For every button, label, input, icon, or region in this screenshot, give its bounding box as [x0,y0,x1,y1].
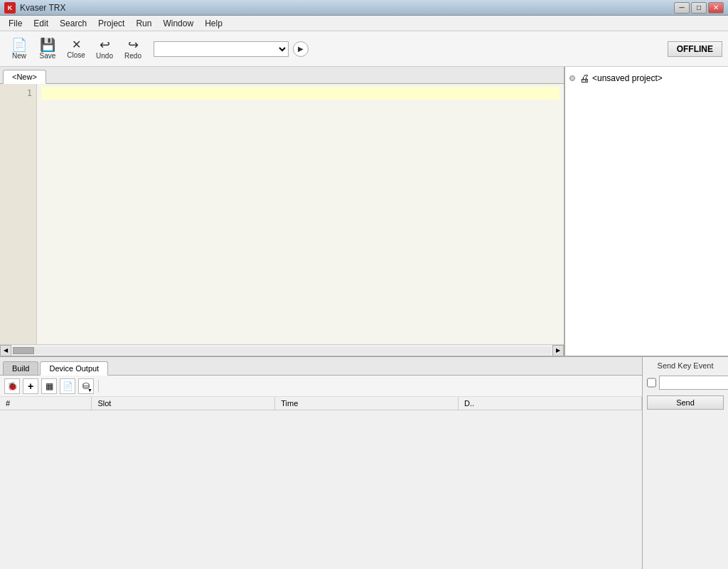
doc-button[interactable]: 📄 [60,378,75,394]
script-select[interactable] [154,41,289,57]
new-button[interactable]: 📄 New [6,35,33,63]
output-table: # Slot Time D.. [0,397,642,410]
send-checkbox[interactable] [647,378,656,388]
save-label: Save [40,52,56,60]
title-bar-left: K Kvaser TRX [4,2,65,14]
menu-file[interactable]: File [3,17,28,30]
close-file-icon: ✕ [72,39,81,50]
menu-bar: File Edit Search Project Run Window Help [0,16,728,31]
project-label: <unsaved project> [592,73,663,83]
redo-button[interactable]: ↪ Redo [119,35,146,63]
script-dropdown-area: ▶ [154,41,309,57]
send-panel-title: Send Key Event [647,361,724,370]
scroll-right-arrow[interactable]: ▶ [552,345,564,356]
new-label: New [12,52,26,60]
send-key-event-panel: Send Key Event Send [643,357,728,569]
table-header-row: # Slot Time D.. [0,397,642,410]
close-window-button[interactable]: ✕ [708,2,724,14]
editor-tab-new[interactable]: <New> [3,70,46,84]
restore-button[interactable]: □ [691,2,707,14]
undo-button[interactable]: ↩ Undo [91,35,118,63]
send-controls [647,376,724,390]
app-icon: K [4,2,16,14]
add-button[interactable]: + [23,378,38,394]
col-data: D.. [459,397,642,410]
title-bar: K Kvaser TRX ─ □ ✕ [0,0,728,16]
col-hash: # [0,397,92,410]
menu-project[interactable]: Project [92,17,130,30]
h-scrollbar[interactable]: ◀ ▶ [0,344,564,356]
network-button[interactable]: ⛁ ▼ [78,378,94,394]
scroll-thumb[interactable] [13,347,34,354]
bug-button[interactable]: 🐞 [4,378,20,394]
redo-icon: ↪ [128,38,139,51]
doc-icon: 📄 [63,381,73,391]
minimize-button[interactable]: ─ [674,2,690,14]
dropdown-arrow: ▼ [87,388,92,393]
menu-run[interactable]: Run [130,17,157,30]
title-bar-controls: ─ □ ✕ [674,2,724,14]
grid-button[interactable]: ▦ [41,378,57,394]
save-icon: 💾 [40,38,55,51]
grid-icon: ▦ [46,381,53,391]
undo-label: Undo [96,52,113,60]
col-time: Time [275,397,459,410]
menu-search[interactable]: Search [54,17,92,30]
new-icon: 📄 [11,38,27,51]
line-numbers: 1 [0,84,37,344]
bottom-main: Build Device Output 🐞 + ▦ 📄 ⛁ ▼ [0,357,643,569]
bottom-toolbar: 🐞 + ▦ 📄 ⛁ ▼ [0,376,642,397]
offline-button[interactable]: OFFLINE [668,41,722,57]
scroll-left-arrow[interactable]: ◀ [0,345,11,356]
bug-icon: 🐞 [7,381,18,391]
scroll-track[interactable] [13,347,551,354]
tab-build[interactable]: Build [3,361,38,375]
toolbar-separator [98,380,99,393]
tab-device-output[interactable]: Device Output [40,361,108,376]
editor-panel: <New> 1 ◀ ▶ [0,67,564,356]
col-slot: Slot [92,397,275,410]
bottom-panel: Build Device Output 🐞 + ▦ 📄 ⛁ ▼ [0,356,728,569]
editor-tab-bar: <New> [0,67,564,84]
active-code-line[interactable] [41,87,560,100]
line-number-1: 1 [0,87,32,100]
window-title: Kvaser TRX [20,3,65,13]
menu-help[interactable]: Help [199,17,228,30]
close-file-button[interactable]: ✕ Close [63,35,90,63]
menu-window[interactable]: Window [157,17,199,30]
bottom-content: # Slot Time D.. [0,397,642,569]
project-dot-icon [569,75,575,81]
run-button[interactable]: ▶ [293,41,309,57]
code-content[interactable] [37,84,564,344]
send-button[interactable]: Send [647,395,724,410]
undo-icon: ↩ [100,38,110,51]
add-icon: + [28,381,33,392]
save-button[interactable]: 💾 Save [34,35,61,63]
project-item[interactable]: 🖨 <unsaved project> [569,71,724,85]
project-icon: 🖨 [579,73,589,84]
main-area: <New> 1 ◀ ▶ 🖨 <unsaved project> [0,67,728,356]
project-panel: 🖨 <unsaved project> [564,67,728,356]
toolbar: 📄 New 💾 Save ✕ Close ↩ Undo ↪ Redo ▶ OFF… [0,31,728,67]
send-text-input[interactable] [659,376,728,390]
menu-edit[interactable]: Edit [28,17,54,30]
code-editor: 1 [0,84,564,344]
close-label: Close [67,51,85,59]
redo-label: Redo [124,52,141,60]
bottom-tab-bar: Build Device Output [0,357,642,376]
run-icon: ▶ [298,45,304,53]
